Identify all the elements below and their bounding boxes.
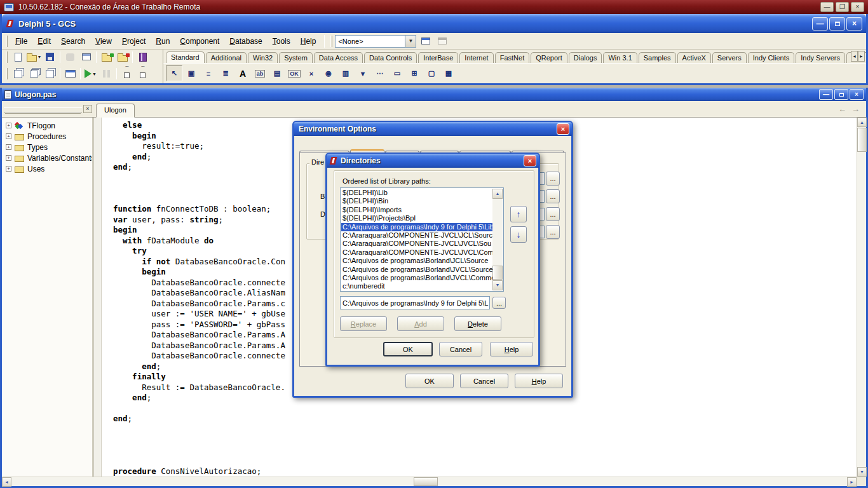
menubar-grip[interactable] xyxy=(6,36,8,47)
component-edit-icon[interactable]: ab xyxy=(252,65,268,81)
tree-item-types[interactable]: +Types xyxy=(2,142,92,152)
browse-forward-icon[interactable]: → xyxy=(851,104,860,114)
toggle-form-unit-icon[interactable] xyxy=(42,67,58,81)
component-memo-icon[interactable]: ▤ xyxy=(269,65,285,81)
dir-cancel-button[interactable]: Cancel xyxy=(439,342,482,356)
dropdown-caret-icon[interactable]: ▼ xyxy=(92,72,97,76)
editor-tab-ulogon[interactable]: Ulogon xyxy=(96,104,135,118)
code-explorer-grip[interactable] xyxy=(4,107,82,112)
menu-help[interactable]: Help xyxy=(295,35,322,48)
component-button-icon[interactable]: OK xyxy=(286,65,302,81)
library-path-item[interactable]: C:\Arquivos de programas\Borland\JVCL\Co… xyxy=(341,274,492,282)
library-path-item[interactable]: c:\numberedit xyxy=(341,282,492,290)
move-down-button[interactable]: ↓ xyxy=(510,226,527,243)
desktop-speedsetting-combo[interactable]: <None> ▼ xyxy=(335,35,416,48)
component-radio-button-icon[interactable]: ◉ xyxy=(320,65,337,81)
listbox-scroll-thumb[interactable] xyxy=(492,266,503,280)
env-field-4[interactable] xyxy=(539,226,545,238)
directories-titlebar[interactable]: Directories × xyxy=(327,154,539,168)
env-browse-button-3[interactable]: ... xyxy=(546,207,560,221)
listbox-scrollbar[interactable]: ▲ ▼ xyxy=(492,189,503,290)
open-project-icon[interactable] xyxy=(78,50,94,64)
remove-file-from-project-icon[interactable] xyxy=(114,50,130,64)
editor-restore-button[interactable] xyxy=(834,89,848,100)
palette-tab-fastnet[interactable]: FastNet xyxy=(495,52,530,63)
component-group-box-icon[interactable]: ▭ xyxy=(389,65,405,81)
component-action-list-icon[interactable]: ▦ xyxy=(440,65,457,81)
app-minimize-button[interactable]: — xyxy=(812,17,828,30)
library-path-item[interactable]: $(DELPHI)\Bin xyxy=(341,197,492,205)
palette-tab-system[interactable]: System xyxy=(279,52,313,63)
replace-button[interactable]: Replace xyxy=(340,316,387,331)
palette-tab-win-3-1[interactable]: Win 3.1 xyxy=(603,52,637,63)
pause-icon[interactable] xyxy=(98,67,114,81)
palette-tab-standard[interactable]: Standard xyxy=(166,51,205,63)
env-browse-button-1[interactable]: ... xyxy=(546,172,560,186)
tree-expand-icon[interactable]: + xyxy=(6,144,11,150)
env-browse-button-2[interactable]: ... xyxy=(546,189,560,203)
library-path-item[interactable]: C:\Araraquara\COMPONENTE-JVCL\JVCL\Sou xyxy=(341,240,492,248)
component-popup-menu-icon[interactable]: ≣ xyxy=(217,65,234,81)
palette-tab-data-controls[interactable]: Data Controls xyxy=(364,52,417,63)
component-label-icon[interactable]: A xyxy=(234,65,251,81)
palette-tab-data-access[interactable]: Data Access xyxy=(314,52,363,63)
palette-tab-indy-servers[interactable]: Indy Servers xyxy=(796,52,845,63)
component-list-box-icon[interactable]: ▥ xyxy=(337,65,354,81)
browse-back-icon[interactable]: ← xyxy=(838,104,846,114)
vertical-scroll-thumb[interactable] xyxy=(857,128,867,152)
palette-tab-internet[interactable]: Internet xyxy=(459,52,493,63)
standard-toolbar-grip[interactable] xyxy=(6,51,8,63)
move-up-button[interactable]: ↑ xyxy=(510,206,527,222)
path-edit-field[interactable]: C:\Arquivos de programas\Indy 9 for Delp… xyxy=(340,296,490,309)
palette-tab-samples[interactable]: Samples xyxy=(639,52,676,63)
app-restore-button[interactable] xyxy=(829,17,845,30)
tree-expand-icon[interactable]: + xyxy=(6,155,11,161)
component-radio-group-icon[interactable]: ⊞ xyxy=(406,65,423,81)
view-toolbar-grip[interactable] xyxy=(6,68,8,79)
library-path-item[interactable]: $(DELPHI)\Projects\Bpl xyxy=(341,214,492,222)
menu-view[interactable]: View xyxy=(90,35,117,48)
env-cancel-button[interactable]: Cancel xyxy=(460,374,508,388)
editor-vertical-scrollbar[interactable]: ▲ ▼ xyxy=(857,118,866,477)
library-path-item[interactable]: C:\Araraquara\COMPONENTE-JVCL\JCL\Sourc xyxy=(341,231,492,240)
app-titlebar[interactable]: Delphi 5 - GCS — × xyxy=(2,14,866,33)
env-help-button[interactable]: Help xyxy=(515,374,563,388)
component-main-menu-icon[interactable]: ≡ xyxy=(200,65,217,81)
palette-tab-servers[interactable]: Servers xyxy=(712,52,747,63)
code-explorer-close-button[interactable]: × xyxy=(83,105,92,113)
palette-scroll-right-icon[interactable]: ► xyxy=(858,51,865,62)
view-unit-icon[interactable] xyxy=(10,67,26,81)
rdp-titlebar[interactable]: 10.50.62.182 - Conexão de Área de Trabal… xyxy=(0,0,868,14)
palette-tab-win32[interactable]: Win32 xyxy=(248,52,278,63)
set-debug-desktop-icon[interactable] xyxy=(435,35,449,48)
trace-into-icon[interactable] xyxy=(119,67,135,81)
library-path-item[interactable]: $(DELPHI)\Imports xyxy=(341,206,492,214)
view-form-icon[interactable] xyxy=(26,67,42,81)
save-file-icon[interactable] xyxy=(42,50,58,64)
dir-help-button[interactable]: Help xyxy=(490,342,533,356)
rdp-minimize-button[interactable]: — xyxy=(820,2,834,12)
palette-tab-interbase[interactable]: InterBase xyxy=(418,52,458,63)
library-path-item[interactable]: C:\Arquivos de programas\Borland\JCL\Sou… xyxy=(341,257,492,265)
menu-search[interactable]: Search xyxy=(56,35,90,48)
rdp-close-button[interactable]: × xyxy=(851,2,864,12)
palette-tab-activex[interactable]: ActiveX xyxy=(677,52,711,63)
component-checkbox-icon[interactable]: × xyxy=(303,65,320,81)
listbox-scroll-up-icon[interactable]: ▲ xyxy=(492,189,503,199)
menu-database[interactable]: Database xyxy=(224,35,267,48)
tree-item-uses[interactable]: +Uses xyxy=(2,163,92,174)
combo-dropdown-icon[interactable]: ▼ xyxy=(405,36,416,47)
run-icon[interactable]: ▼ xyxy=(83,67,98,81)
library-path-item[interactable]: C:\Araraquara\COMPONENTE-JVCL\JVCL\Com xyxy=(341,248,492,257)
menu-tools[interactable]: Tools xyxy=(268,35,295,48)
menu-component[interactable]: Component xyxy=(175,35,224,48)
save-desktop-icon[interactable] xyxy=(419,35,433,48)
editor-titlebar[interactable]: Ulogon.pas — × xyxy=(2,88,866,101)
tree-item-variables-constants[interactable]: +Variables/Constants xyxy=(2,152,92,163)
scroll-left-icon[interactable]: ◄ xyxy=(2,477,11,487)
env-field-1[interactable] xyxy=(539,172,545,185)
help-contents-icon[interactable] xyxy=(135,50,151,64)
dir-ok-button[interactable]: OK xyxy=(383,342,433,356)
editor-minimize-button[interactable]: — xyxy=(819,89,833,100)
component-frames-icon[interactable]: ▣ xyxy=(183,65,200,81)
